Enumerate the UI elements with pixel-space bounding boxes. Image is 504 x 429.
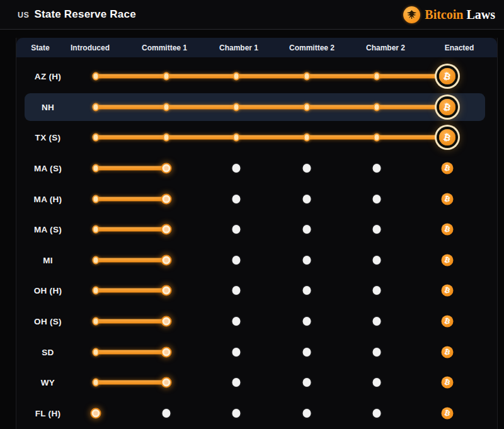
- us-flag-tag: US: [18, 11, 29, 20]
- table-row[interactable]: MI₿: [16, 245, 497, 276]
- stage-dot-introduced: [93, 226, 100, 234]
- stage-dot-chamber-2: [374, 72, 381, 81]
- stage-dot-chamber-1: [232, 317, 241, 326]
- stage-dot-committee-2: [302, 317, 311, 326]
- stage-dot-chamber-2: [373, 317, 381, 326]
- stage-dot-chamber-1: [233, 134, 240, 142]
- stage-dot-introduced: [92, 409, 100, 417]
- state-label: SD: [16, 347, 79, 357]
- stage-dot-introduced: [93, 103, 100, 111]
- title-wrap: US State Reserve Race: [18, 8, 136, 21]
- stage-dot-chamber-2: [374, 134, 381, 142]
- stage-dot-committee-2: [302, 225, 311, 234]
- progress-line: [96, 258, 166, 262]
- stage-dot-chamber-2: [373, 164, 381, 173]
- stage-dot-chamber-1: [233, 72, 240, 81]
- enacted-pending-bitcoin-icon: ₿: [442, 346, 454, 358]
- progress-line: [96, 227, 166, 232]
- state-label: FL (H): [16, 408, 79, 418]
- table-row[interactable]: SD₿: [16, 336, 497, 367]
- enacted-pending-bitcoin-icon: ₿: [442, 224, 454, 236]
- brand-laws: Laws: [466, 8, 495, 21]
- progress-line: [96, 380, 166, 385]
- stage-dot-chamber-1: [232, 164, 241, 173]
- table-header-row: State Introduced Committee 1 Chamber 1 C…: [16, 38, 497, 57]
- column-header-introduced: Introduced: [71, 43, 110, 52]
- stage-dot-introduced: [93, 287, 100, 295]
- stage-dot-introduced: [93, 379, 100, 387]
- stage-dot-chamber-2: [373, 195, 381, 203]
- state-label: MI: [16, 255, 79, 265]
- stage-dot-introduced: [93, 164, 100, 173]
- stage-dot-introduced: [93, 348, 100, 356]
- stage-dot-committee-2: [303, 134, 310, 142]
- enacted-pending-bitcoin-icon: ₿: [442, 377, 454, 389]
- stage-dot-introduced: [93, 256, 100, 264]
- state-label: OH (S): [16, 317, 79, 326]
- stage-dot-chamber-2: [373, 409, 381, 418]
- page-title: State Reserve Race: [34, 8, 135, 21]
- stage-dot-introduced: [93, 317, 100, 326]
- state-label: TX (S): [16, 133, 79, 142]
- stage-dot-introduced: [93, 72, 100, 81]
- stage-dot-committee-2: [302, 378, 311, 387]
- stage-dot-committee-1: [162, 409, 170, 418]
- stage-dot-chamber-1: [232, 225, 241, 234]
- enacted-bitcoin-icon: ₿: [439, 129, 455, 146]
- table-row[interactable]: AZ (H)₿: [16, 61, 497, 92]
- stage-dot-chamber-2: [373, 225, 381, 234]
- table-row[interactable]: MA (S)₿: [16, 214, 497, 245]
- stage-dot-introduced: [93, 134, 100, 142]
- bitcoin-laws-eagle-logo-icon: [403, 6, 420, 23]
- stage-dot-committee-1: [163, 134, 169, 142]
- state-label: AZ (H): [16, 72, 79, 81]
- stage-dot-committee-2: [302, 409, 311, 418]
- stage-dot-committee-2: [302, 164, 311, 173]
- stage-dot-chamber-1: [232, 409, 241, 418]
- table-row[interactable]: OH (H)₿: [16, 275, 497, 306]
- stage-dot-chamber-1: [232, 195, 241, 203]
- column-header-committee2: Committee 2: [289, 43, 335, 52]
- state-label: MA (S): [16, 164, 79, 173]
- stage-dot-committee-2: [303, 72, 310, 81]
- table-row[interactable]: MA (S)₿: [16, 153, 497, 184]
- stage-dot-committee-2: [303, 103, 310, 111]
- state-label: MA (S): [16, 225, 79, 234]
- stage-dot-introduced: [93, 195, 100, 203]
- app-header: US State Reserve Race BitcoinLaws: [0, 0, 504, 30]
- enacted-pending-bitcoin-icon: ₿: [442, 407, 454, 419]
- column-header-enacted: Enacted: [445, 43, 474, 52]
- table-row[interactable]: OH (S)₿: [16, 306, 497, 337]
- stage-dot-chamber-1: [232, 378, 241, 387]
- table-row[interactable]: MA (H)₿: [16, 183, 497, 214]
- table-rows: AZ (H)₿NH₿TX (S)₿MA (S)₿MA (H)₿MA (S)₿MI…: [16, 61, 497, 428]
- stage-dot-committee-1: [162, 164, 170, 173]
- state-label: NH: [16, 102, 79, 112]
- stage-dot-committee-1: [163, 72, 169, 81]
- stage-dot-chamber-1: [232, 348, 241, 357]
- stage-dot-chamber-2: [373, 286, 381, 295]
- column-header-committee1: Committee 1: [142, 43, 187, 52]
- table-row[interactable]: WY₿: [16, 367, 497, 398]
- stage-dot-committee-1: [162, 317, 170, 326]
- stage-dot-chamber-1: [233, 103, 240, 111]
- enacted-pending-bitcoin-icon: ₿: [442, 163, 454, 174]
- stage-dot-chamber-2: [373, 378, 381, 387]
- enacted-pending-bitcoin-icon: ₿: [442, 285, 454, 297]
- stage-dot-chamber-2: [373, 348, 381, 357]
- table-row[interactable]: FL (H)₿: [16, 398, 497, 429]
- brand-link[interactable]: BitcoinLaws: [403, 6, 495, 23]
- stage-dot-committee-2: [302, 195, 311, 203]
- progress-line: [96, 289, 166, 293]
- brand-bitcoin: Bitcoin: [425, 8, 463, 21]
- stage-dot-committee-1: [162, 195, 170, 203]
- enacted-bitcoin-icon: ₿: [439, 99, 455, 115]
- brand-text: BitcoinLaws: [425, 8, 495, 22]
- enacted-bitcoin-icon: ₿: [439, 68, 455, 84]
- stage-dot-committee-1: [162, 287, 170, 295]
- stage-dot-chamber-1: [232, 286, 241, 295]
- table-row[interactable]: NH₿: [16, 92, 497, 123]
- progress-line: [96, 105, 447, 109]
- stage-dot-committee-1: [163, 103, 169, 111]
- table-row[interactable]: TX (S)₿: [16, 122, 497, 153]
